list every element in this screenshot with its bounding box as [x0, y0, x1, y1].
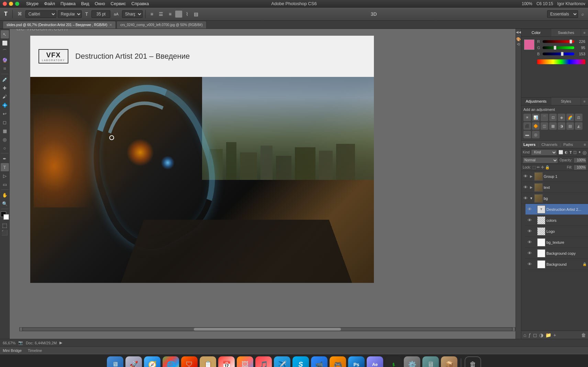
dock-launchpad[interactable]: 🚀 — [125, 356, 142, 367]
tab-styles[interactable]: Styles — [551, 98, 581, 105]
blue-slider-thumb[interactable] — [561, 52, 564, 56]
close-button[interactable] — [3, 2, 7, 6]
eraser-tool[interactable]: ◻ — [1, 118, 9, 126]
brush-tool[interactable]: 🖌 — [1, 92, 9, 101]
layers-tab[interactable]: Layers — [523, 142, 535, 147]
align-right-button[interactable]: ≡ — [167, 10, 174, 19]
tab-adjustments[interactable]: Adjustments — [521, 98, 551, 105]
dock-finder[interactable]: 🖥 — [107, 356, 123, 367]
dock-calendar[interactable]: 📅 — [218, 356, 235, 367]
history-brush-tool[interactable]: ↩ — [1, 110, 9, 118]
dock-server[interactable]: 🖥 — [422, 356, 439, 367]
dock-telegram[interactable]: ✈️ — [274, 356, 290, 367]
color-panel-icon[interactable]: 🎨 — [516, 37, 521, 42]
layer-row-colors[interactable]: 👁 colors — [525, 215, 588, 226]
dock-norton[interactable]: 🛡 — [181, 356, 198, 367]
filter-toggle[interactable]: ◎ — [583, 150, 587, 155]
background-color[interactable] — [3, 214, 9, 220]
menu-window[interactable]: Окно — [95, 1, 105, 6]
history-panel-icon[interactable]: ⟲ — [517, 42, 520, 47]
layer-filter-type-select[interactable]: Kind — [531, 149, 557, 156]
antialiasing-select[interactable]: Sharp — [122, 10, 143, 18]
dock-app1[interactable]: 📋 — [200, 356, 216, 367]
tab-crs[interactable]: crs_0240_comp_v009_left.0700.jpg @ 50% (… — [117, 21, 206, 28]
progress-arrow[interactable]: ▶ — [59, 341, 62, 345]
tab-slides[interactable]: slides.psd @ 66,7% (Destruction Artist 2… — [3, 21, 116, 28]
layers-panel-menu[interactable]: ≡ — [584, 142, 586, 147]
scroll-thumb-h[interactable] — [194, 328, 341, 331]
lock-pixels-icon[interactable]: ✏ — [537, 165, 540, 170]
channels-tab[interactable]: Channels — [542, 142, 557, 147]
add-mask-icon[interactable]: ◻ — [533, 332, 537, 338]
menu-skype[interactable]: Skype — [26, 1, 38, 6]
quick-select-tool[interactable]: 🔮 — [1, 56, 9, 64]
move-tool[interactable]: ↖ — [1, 30, 9, 38]
blend-mode-select[interactable]: Normal — [523, 157, 558, 163]
layer-row-destruction[interactable]: 👁 T Destruction Artist 2... — [525, 204, 588, 215]
layer-vis-bg-texture[interactable]: 👁 — [527, 240, 532, 245]
collapse-panels-icon[interactable]: ◀◀ — [516, 30, 521, 34]
add-layer-style-icon[interactable]: ƒ — [528, 332, 531, 338]
canvas[interactable]: VFX LABORATORY Destruction Artist 201 – … — [30, 36, 374, 283]
crop-tool[interactable]: ⌗ — [1, 65, 9, 73]
shape-tool[interactable]: ▭ — [1, 180, 9, 188]
adj-panel-menu[interactable]: ≡ — [581, 98, 588, 105]
layer-vis-group1[interactable]: 👁 — [523, 174, 528, 179]
lock-transparent-icon[interactable]: ⬚ — [532, 165, 536, 170]
posterize-adj-icon[interactable]: ▤ — [566, 122, 574, 130]
char-para-panel-button[interactable]: ▤ — [192, 10, 200, 19]
align-left-button[interactable]: ≡ — [148, 10, 155, 19]
layer-vis-logo[interactable]: 👁 — [527, 229, 532, 234]
zoom-tool[interactable]: 🔍 — [1, 199, 9, 208]
align-center-button[interactable]: ☰ — [157, 10, 165, 19]
heal-tool[interactable]: ✚ — [1, 84, 9, 92]
menu-service[interactable]: Сервис — [111, 1, 126, 6]
blue-slider-track[interactable] — [543, 53, 574, 55]
layer-vis-bg-copy[interactable]: 👁 — [527, 251, 532, 256]
quick-mask-icon[interactable]: ⬚ — [2, 222, 7, 229]
dock-ae[interactable]: Ae — [367, 356, 383, 367]
layer-vis-background[interactable]: 👁 — [527, 262, 532, 267]
invert-adj-icon[interactable]: ◑ — [558, 122, 565, 130]
workspace-search-button[interactable]: ⌕ — [579, 10, 586, 19]
traffic-lights[interactable] — [3, 2, 19, 6]
layer-expand-text[interactable]: ▶ — [529, 185, 533, 189]
selection-tool[interactable]: ⬜ — [1, 39, 9, 47]
font-style-select[interactable]: Regular — [58, 10, 82, 18]
grad-map-adj-icon[interactable]: ▬ — [523, 131, 531, 138]
text-filter-icon[interactable]: T — [569, 150, 572, 154]
color-spectrum-bar[interactable] — [537, 59, 585, 64]
lock-all-icon[interactable]: 🔒 — [545, 165, 550, 170]
maximize-button[interactable] — [15, 2, 19, 6]
fg-bg-colors[interactable] — [1, 211, 9, 221]
text-tool[interactable]: T — [1, 163, 9, 171]
dock-photos[interactable]: 🖼 — [237, 356, 253, 367]
colorbal-adj-icon[interactable]: ⚖ — [575, 114, 583, 121]
dodge-tool[interactable]: ○ — [1, 144, 9, 152]
dock-zoom[interactable]: 📹 — [311, 356, 328, 367]
menu-file[interactable]: Файл — [44, 1, 55, 6]
threshold-adj-icon[interactable]: ◭ — [575, 122, 583, 130]
color-lookup-adj-icon[interactable]: ▦ — [549, 122, 557, 130]
dock-terminal[interactable]: $ — [385, 356, 402, 367]
new-group-icon[interactable]: 📁 — [545, 332, 551, 338]
dock-trash[interactable]: 🗑 — [465, 356, 481, 367]
pen-tool[interactable]: ✒ — [1, 154, 9, 163]
shape-filter-icon[interactable]: ◫ — [573, 150, 577, 154]
panel-menu-icon[interactable]: ≡ — [581, 29, 588, 36]
dock-safari[interactable]: 🧭 — [144, 356, 160, 367]
screen-mode-icon[interactable]: ⬛ — [1, 230, 8, 236]
warp-text-button[interactable]: ⌇ — [184, 10, 190, 19]
opacity-input[interactable] — [574, 158, 587, 163]
curves-adj-icon[interactable]: ⌒ — [541, 114, 548, 121]
layer-row-bg-copy[interactable]: 👁 Background copy — [525, 248, 588, 259]
font-size-input[interactable] — [91, 10, 110, 18]
dock-game[interactable]: 🎮 — [330, 356, 346, 367]
hsl-adj-icon[interactable]: 🌈 — [566, 114, 574, 121]
layer-row-background[interactable]: 👁 Background 🔒 — [525, 259, 588, 270]
dock-ps[interactable]: Ps — [348, 356, 365, 367]
exposure-adj-icon[interactable]: ⊡ — [549, 114, 557, 121]
new-layer-icon[interactable]: + — [553, 332, 556, 338]
blur-tool[interactable]: ◎ — [1, 135, 9, 144]
dock-misc[interactable]: 📦 — [441, 356, 457, 367]
